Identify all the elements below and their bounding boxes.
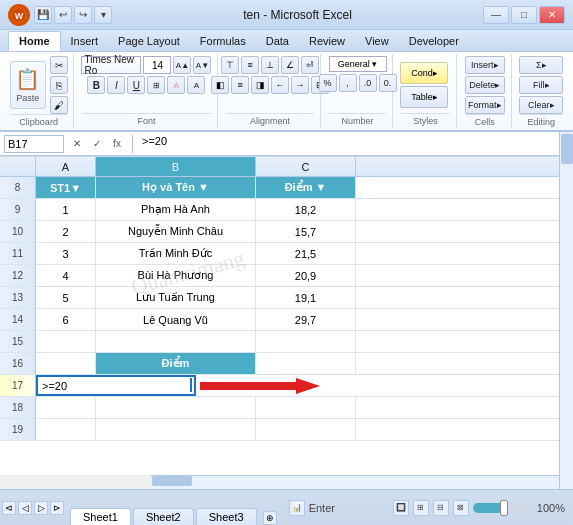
close-button[interactable]: ✕	[539, 6, 565, 24]
paste-button[interactable]: 📋 Paste	[10, 61, 46, 109]
cell-b17[interactable]: >=20	[36, 375, 196, 396]
align-top-btn[interactable]: ⊤	[221, 56, 239, 74]
increase-font-btn[interactable]: A▲	[173, 56, 191, 74]
tab-developer[interactable]: Developer	[399, 31, 469, 51]
copy-button[interactable]: ⎘	[50, 76, 68, 94]
comma-btn[interactable]: ,	[339, 74, 357, 92]
horizontal-scrollbar[interactable]	[150, 475, 559, 489]
cell-a14[interactable]: 6	[36, 309, 96, 330]
cell-c10[interactable]: 15,7	[256, 221, 356, 242]
fill-btn[interactable]: Fill▸	[519, 76, 563, 94]
cell-c14[interactable]: 29,7	[256, 309, 356, 330]
cell-a9[interactable]: 1	[36, 199, 96, 220]
nav-first-sheet[interactable]: ⊲	[2, 501, 16, 515]
border-button[interactable]: ⊞	[147, 76, 165, 94]
cell-c13[interactable]: 19,1	[256, 287, 356, 308]
cell-b12[interactable]: Bùi Hà Phương	[96, 265, 256, 286]
sheet-tab-3[interactable]: Sheet3	[196, 508, 257, 525]
undo-quick-btn[interactable]: ↩	[54, 6, 72, 24]
nav-last-sheet[interactable]: ⊳	[50, 501, 64, 515]
cell-a13[interactable]: 5	[36, 287, 96, 308]
cell-a10[interactable]: 2	[36, 221, 96, 242]
fill-color-button[interactable]: A	[167, 76, 185, 94]
align-center-btn[interactable]: ≡	[231, 76, 249, 94]
format-as-table-btn[interactable]: Table▸	[400, 86, 448, 108]
align-left-btn[interactable]: ◧	[211, 76, 229, 94]
office-button[interactable]: W	[8, 4, 30, 26]
cell-c16[interactable]	[256, 353, 356, 374]
status-icon[interactable]: 📊	[289, 500, 305, 516]
cell-a15[interactable]	[36, 331, 96, 352]
cell-b16[interactable]: Điểm	[96, 353, 256, 374]
nav-prev-sheet[interactable]: ◁	[18, 501, 32, 515]
sheet-tab-2[interactable]: Sheet2	[133, 508, 194, 525]
percent-btn[interactable]: %	[319, 74, 337, 92]
tab-review[interactable]: Review	[299, 31, 355, 51]
insert-cells-btn[interactable]: Insert▸	[465, 56, 505, 74]
maximize-button[interactable]: □	[511, 6, 537, 24]
cell-b14[interactable]: Lê Quang Vũ	[96, 309, 256, 330]
cell-c8[interactable]: Điểm ▼	[256, 177, 356, 198]
font-color-button[interactable]: A	[187, 76, 205, 94]
cell-a19[interactable]	[36, 419, 96, 440]
align-right-btn[interactable]: ◨	[251, 76, 269, 94]
nav-next-sheet[interactable]: ▷	[34, 501, 48, 515]
insert-function-btn[interactable]: fx	[108, 135, 126, 153]
font-size-box[interactable]: 14	[143, 56, 171, 74]
tab-pagelayout[interactable]: Page Layout	[108, 31, 190, 51]
format-painter-button[interactable]: 🖌	[50, 96, 68, 114]
cell-b10[interactable]: Nguyễn Minh Châu	[96, 221, 256, 242]
minimize-button[interactable]: —	[483, 6, 509, 24]
insert-sheet-btn[interactable]: ⊕	[263, 511, 277, 525]
sheet-tab-1[interactable]: Sheet1	[70, 508, 131, 525]
cell-c19[interactable]	[256, 419, 356, 440]
tab-home[interactable]: Home	[8, 31, 61, 51]
cell-b9[interactable]: Phạm Hà Anh	[96, 199, 256, 220]
cell-a8[interactable]: ST1▼	[36, 177, 96, 198]
save-quick-btn[interactable]: 💾	[34, 6, 52, 24]
zoom-slider[interactable]	[473, 503, 533, 513]
indent-decrease-btn[interactable]: ←	[271, 76, 289, 94]
zoom-slider-thumb[interactable]	[500, 500, 508, 516]
name-box[interactable]: B17	[4, 135, 64, 153]
cancel-formula-btn[interactable]: ✕	[68, 135, 86, 153]
cell-a18[interactable]	[36, 397, 96, 418]
cell-b13[interactable]: Lưu Tuấn Trung	[96, 287, 256, 308]
cell-c9[interactable]: 18,2	[256, 199, 356, 220]
page-layout-view-btn[interactable]: ⊟	[433, 500, 449, 516]
cell-b11[interactable]: Trần Minh Đức	[96, 243, 256, 264]
normal-view-btn[interactable]: ⊞	[413, 500, 429, 516]
cell-a11[interactable]: 3	[36, 243, 96, 264]
cell-b18[interactable]	[96, 397, 256, 418]
cell-c12[interactable]: 20,9	[256, 265, 356, 286]
cell-a16[interactable]	[36, 353, 96, 374]
cell-a12[interactable]: 4	[36, 265, 96, 286]
cell-c18[interactable]	[256, 397, 356, 418]
align-bottom-btn[interactable]: ⊥	[261, 56, 279, 74]
formula-input[interactable]: >=20	[139, 135, 569, 153]
page-break-view-btn[interactable]: ⊠	[453, 500, 469, 516]
dropdown-quick-btn[interactable]: ▾	[94, 6, 112, 24]
cell-b8[interactable]: Họ và Tên ▼	[96, 177, 256, 198]
redo-quick-btn[interactable]: ↪	[74, 6, 92, 24]
bold-button[interactable]: B	[87, 76, 105, 94]
col-header-c[interactable]: C	[256, 157, 356, 176]
tab-data[interactable]: Data	[256, 31, 299, 51]
indent-increase-btn[interactable]: →	[291, 76, 309, 94]
clear-btn[interactable]: Clear▸	[519, 96, 563, 114]
tab-insert[interactable]: Insert	[61, 31, 109, 51]
text-angle-btn[interactable]: ∠	[281, 56, 299, 74]
delete-cells-btn[interactable]: Delete▸	[465, 76, 505, 94]
col-header-a[interactable]: A	[36, 157, 96, 176]
increase-decimal-btn[interactable]: .0	[359, 74, 377, 92]
zoom-out-btn[interactable]: 🔲	[393, 500, 409, 516]
cell-c11[interactable]: 21,5	[256, 243, 356, 264]
cut-button[interactable]: ✂	[50, 56, 68, 74]
wrap-text-btn[interactable]: ⏎	[301, 56, 319, 74]
format-cells-btn[interactable]: Format▸	[465, 96, 505, 114]
tab-formulas[interactable]: Formulas	[190, 31, 256, 51]
align-middle-btn[interactable]: ≡	[241, 56, 259, 74]
tab-view[interactable]: View	[355, 31, 399, 51]
conditional-format-btn[interactable]: Cond▸	[400, 62, 448, 84]
vertical-scrollbar[interactable]	[559, 132, 573, 489]
